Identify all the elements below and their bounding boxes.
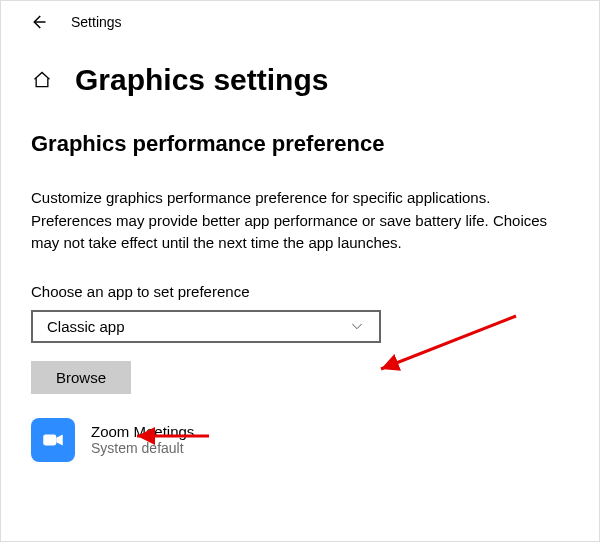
back-icon[interactable] xyxy=(29,13,47,31)
section-description: Customize graphics performance preferenc… xyxy=(31,187,569,255)
app-type-select-value: Classic app xyxy=(47,318,125,335)
app-type-select[interactable]: Classic app xyxy=(31,310,381,343)
app-preference: System default xyxy=(91,440,194,456)
choose-app-label: Choose an app to set preference xyxy=(31,283,569,300)
browse-button[interactable]: Browse xyxy=(31,361,131,394)
app-list-item[interactable]: Zoom Meetings System default xyxy=(31,418,569,462)
chevron-down-icon xyxy=(349,318,365,334)
zoom-icon xyxy=(31,418,75,462)
window-title: Settings xyxy=(71,14,122,30)
home-icon[interactable] xyxy=(31,69,53,91)
section-heading: Graphics performance preference xyxy=(31,131,569,157)
svg-rect-0 xyxy=(43,434,56,445)
app-name: Zoom Meetings xyxy=(91,423,194,440)
page-title: Graphics settings xyxy=(75,63,328,97)
